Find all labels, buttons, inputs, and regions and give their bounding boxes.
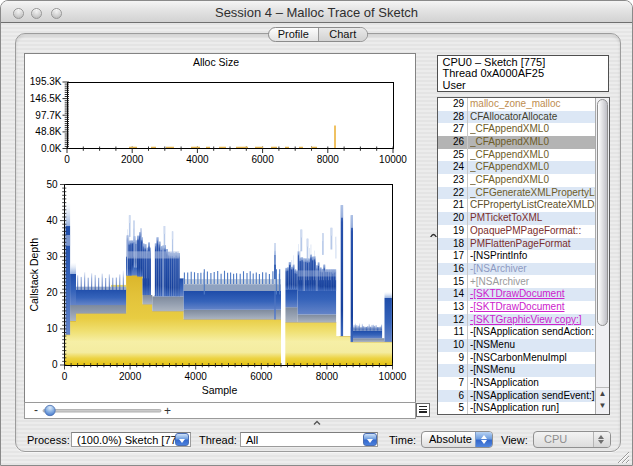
- svg-text:146.5K: 146.5K: [30, 93, 62, 104]
- svg-text:Callstack Depth: Callstack Depth: [28, 238, 40, 312]
- svg-text:Alloc Size: Alloc Size: [193, 56, 239, 68]
- svg-text:0.0K: 0.0K: [41, 143, 62, 154]
- svg-text:10000: 10000: [379, 154, 407, 165]
- svg-text:Sample: Sample: [202, 384, 238, 396]
- svg-text:30: 30: [46, 251, 58, 262]
- svg-text:-: -: [34, 403, 38, 417]
- svg-text:20: 20: [46, 287, 58, 298]
- svg-text:6000: 6000: [250, 371, 273, 382]
- svg-text:50: 50: [46, 179, 58, 190]
- svg-text:4000: 4000: [185, 371, 208, 382]
- svg-text:40: 40: [46, 215, 58, 226]
- svg-text:10: 10: [46, 323, 58, 334]
- svg-text:97.7K: 97.7K: [35, 110, 61, 121]
- svg-text:48.8K: 48.8K: [35, 126, 61, 137]
- svg-text:10000: 10000: [379, 371, 407, 382]
- svg-text:2000: 2000: [121, 154, 144, 165]
- svg-text:+: +: [164, 403, 171, 417]
- svg-text:8000: 8000: [316, 371, 339, 382]
- svg-text:4000: 4000: [186, 154, 209, 165]
- svg-text:195.3K: 195.3K: [30, 76, 62, 87]
- svg-text:8000: 8000: [317, 154, 340, 165]
- svg-text:6000: 6000: [251, 154, 274, 165]
- svg-text:0: 0: [62, 371, 68, 382]
- svg-text:0: 0: [52, 359, 58, 370]
- svg-text:0: 0: [64, 154, 70, 165]
- svg-text:2000: 2000: [119, 371, 142, 382]
